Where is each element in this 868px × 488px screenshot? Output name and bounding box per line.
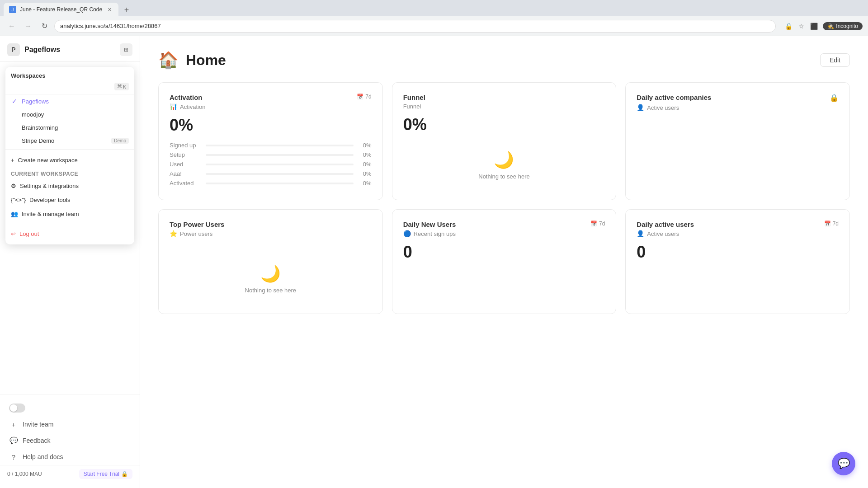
top-power-users-header: Top Power Users: [170, 221, 372, 228]
sidebar: P Pageflows ⊞ Workspaces ⌘K ✓: [0, 36, 140, 488]
companies-subtitle-text: Active users: [647, 104, 679, 111]
page-title: Home: [186, 52, 226, 69]
activation-rows: Signed up 0% Setup 0% Used 0%: [170, 142, 372, 187]
activation-subtitle: 📊 Activation: [170, 103, 372, 110]
developer-tools-button[interactable]: {"<>"} Developer tools: [5, 193, 134, 207]
browser-tab[interactable]: J June - Feature Release_QR Code ✕: [4, 3, 118, 16]
bookmark-icon[interactable]: ☆: [796, 21, 807, 32]
row-label-signedup: Signed up: [170, 142, 201, 149]
tab-label: June - Feature Release_QR Code: [20, 6, 102, 13]
top-power-users-card: Top Power Users ⭐ Power users 🌙 Nothing …: [158, 209, 383, 314]
logout-label: Log out: [19, 230, 39, 237]
daily-new-users-title: Daily New Users: [403, 221, 456, 228]
power-users-empty-icon: 🌙: [260, 264, 281, 283]
free-trial-button[interactable]: Start Free Trial 🔒: [79, 469, 132, 479]
top-power-users-subtitle: ⭐ Power users: [170, 230, 372, 237]
new-users-subtitle-text: Recent sign ups: [414, 230, 456, 237]
feedback-label: Feedback: [23, 437, 50, 444]
workspace-item-brainstorming[interactable]: Brainstorming: [5, 121, 134, 134]
row-val-signedup: 0%: [358, 142, 372, 149]
funnel-value: 0%: [403, 115, 605, 134]
workspace-item-stripe-demo[interactable]: Stripe Demo Demo: [5, 134, 134, 147]
daily-active-users-card: Daily active users 📅 7d 👤 Active users 0: [625, 209, 850, 314]
activation-subtitle-icon: 📊: [170, 103, 177, 110]
theme-toggle[interactable]: [9, 404, 25, 413]
daily-active-companies-header: Daily active companies 🔒: [637, 94, 839, 102]
row-label-aha: Aaa!: [170, 170, 201, 177]
edit-button[interactable]: Edit: [820, 53, 850, 67]
activation-subtitle-text: Activation: [180, 103, 205, 110]
lock-icon: 🔒: [121, 471, 128, 477]
shield-icon: 🔒: [783, 21, 794, 32]
activation-card: Activation 📅 7d 📊 Activation 0% Signed u…: [158, 82, 383, 200]
search-shortcut: ⌘K: [114, 83, 129, 90]
activation-value: 0%: [170, 116, 372, 135]
logout-section: ↩ Log out: [5, 223, 134, 241]
feedback-icon: 💬: [9, 436, 18, 445]
mau-text: 0 / 1,000 MAU: [7, 471, 42, 477]
sidebar-logo[interactable]: P Pageflows: [7, 43, 60, 56]
developer-icon: {"<>"}: [11, 197, 26, 203]
address-text: analytics.june.so/a/14631/home/28867: [60, 23, 161, 29]
row-bar-signedup: [206, 145, 354, 146]
power-users-empty-state: 🌙 Nothing to see here: [170, 255, 372, 303]
help-icon: ?: [9, 452, 18, 461]
workspace-item-pageflows[interactable]: ✓ Pageflows: [5, 94, 134, 108]
invite-icon: +: [9, 420, 18, 429]
power-users-empty-text: Nothing to see here: [245, 287, 296, 294]
toggle-knob: [10, 404, 17, 412]
row-label-used: Used: [170, 161, 201, 168]
daily-active-companies-card: Daily active companies 🔒 👤 Active users: [625, 82, 850, 200]
cards-grid: Activation 📅 7d 📊 Activation 0% Signed u…: [158, 82, 850, 314]
settings-integrations-button[interactable]: ⚙ Settings & integrations: [5, 179, 134, 193]
workspace-name-stripe-demo: Stripe Demo: [22, 137, 108, 144]
logout-button[interactable]: ↩ Log out: [5, 227, 134, 241]
daily-active-users-value: 0: [637, 243, 839, 262]
chat-button[interactable]: 💬: [832, 452, 855, 475]
lock-icon-companies: 🔒: [830, 94, 839, 102]
daily-active-companies-subtitle: 👤 Active users: [637, 104, 839, 111]
workspace-list: ✓ Pageflows moodjoy Brainstorming: [5, 94, 134, 147]
row-val-setup: 0%: [358, 151, 372, 158]
calendar-icon-3: 📅: [824, 221, 831, 227]
invite-manage-team-button[interactable]: 👥 Invite & manage team: [5, 207, 134, 221]
calendar-icon-2: 📅: [590, 221, 597, 227]
tab-close-button[interactable]: ✕: [106, 6, 113, 13]
row-label-activated: Activated: [170, 180, 201, 187]
current-workspace-label: Current workspace: [5, 167, 134, 179]
help-label: Help and docs: [23, 453, 63, 460]
feedback-item[interactable]: 💬 Feedback: [0, 432, 140, 449]
funnel-card: Funnel Funnel 0% 🌙 Nothing to see here: [392, 82, 617, 200]
extension-icon[interactable]: ⬛: [808, 21, 819, 32]
workspace-item-moodjoy[interactable]: moodjoy: [5, 108, 134, 121]
daily-new-users-value: 0: [403, 243, 605, 262]
workspace-name-moodjoy: moodjoy: [22, 111, 129, 118]
developer-label: Developer tools: [29, 197, 70, 203]
active-users-subtitle-text: Active users: [647, 230, 679, 237]
address-bar[interactable]: analytics.june.so/a/14631/home/28867: [54, 20, 776, 33]
workspaces-label: Workspaces: [5, 70, 134, 79]
power-users-subtitle-text: Power users: [180, 230, 212, 237]
new-users-subtitle-icon: 🔵: [403, 230, 411, 237]
row-val-used: 0%: [358, 161, 372, 168]
daily-new-users-card: Daily New Users 📅 7d 🔵 Recent sign ups 0: [392, 209, 617, 314]
workspace-search-row: ⌘K: [5, 81, 134, 94]
invite-team-item[interactable]: + Invite team: [0, 416, 140, 432]
reload-button[interactable]: ↻: [38, 20, 51, 33]
logout-icon: ↩: [11, 230, 16, 237]
sidebar-bottom: + Invite team 💬 Feedback ? Help and docs…: [0, 394, 140, 488]
create-workspace-button[interactable]: + Create new workspace: [5, 153, 134, 167]
help-docs-item[interactable]: ? Help and docs: [0, 449, 140, 465]
toggle-row: [0, 400, 140, 416]
forward-button[interactable]: →: [22, 20, 34, 33]
invite-team-label: Invite team: [23, 421, 53, 428]
daily-active-users-badge: 📅 7d: [824, 221, 839, 227]
activation-card-title: Activation: [170, 94, 203, 101]
sidebar-collapse-button[interactable]: ⊞: [120, 43, 132, 56]
funnel-card-title: Funnel: [403, 94, 425, 101]
activation-badge: 📅 7d: [357, 94, 371, 100]
new-tab-button[interactable]: +: [120, 4, 133, 16]
checkmark-icon: ✓: [11, 98, 18, 105]
back-button[interactable]: ←: [5, 20, 18, 33]
mau-row: 0 / 1,000 MAU Start Free Trial 🔒: [0, 465, 140, 483]
